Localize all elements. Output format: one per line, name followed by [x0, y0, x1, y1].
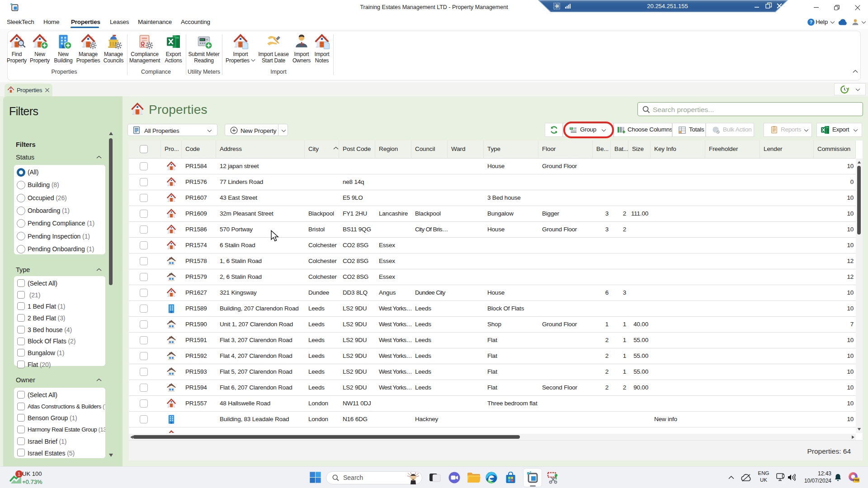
svg-text:?: ?	[810, 19, 812, 25]
svg-text:PRE: PRE	[853, 479, 860, 482]
svg-text:1: 1	[18, 471, 20, 477]
